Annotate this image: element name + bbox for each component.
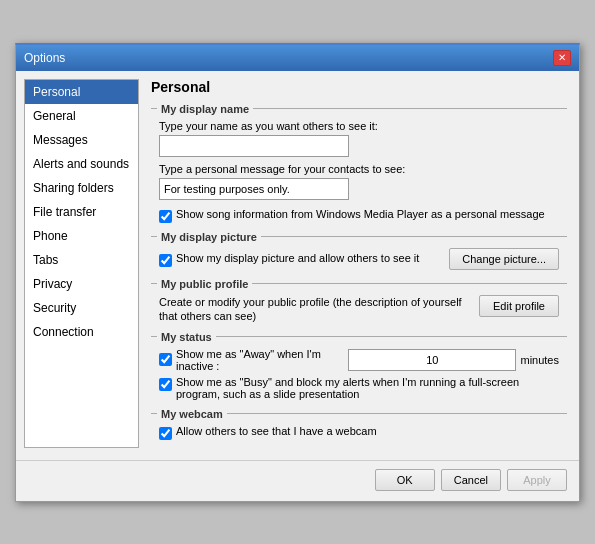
away-minutes-input[interactable]: 10 (348, 349, 516, 371)
webcam-header: My webcam (151, 408, 567, 420)
webcam-content: Allow others to see that I have a webcam (151, 425, 567, 440)
away-checkbox[interactable] (159, 353, 172, 366)
title-bar: Options ✕ (16, 45, 579, 71)
display-picture-left: Show my display picture and allow others… (159, 248, 441, 267)
status-content: Show me as "Away" when I'm inactive : 10… (151, 348, 567, 400)
public-profile-description: Create or modify your public profile (th… (159, 296, 462, 322)
public-profile-header: My public profile (151, 278, 567, 290)
sidebar-item-general[interactable]: General (25, 104, 138, 128)
webcam-label: Allow others to see that I have a webcam (176, 425, 377, 437)
sidebar-item-privacy[interactable]: Privacy (25, 272, 138, 296)
show-picture-checkbox[interactable] (159, 254, 172, 267)
options-window: Options ✕ PersonalGeneralMessagesAlerts … (15, 43, 580, 502)
away-minutes-suffix: minutes (520, 354, 559, 366)
song-checkbox-label: Show song information from Windows Media… (176, 208, 545, 220)
status-section: My status Show me as "Away" when I'm ina… (151, 331, 567, 400)
sidebar-item-tabs[interactable]: Tabs (25, 248, 138, 272)
display-name-section: My display name Type your name as you wa… (151, 103, 567, 223)
personal-message-input[interactable] (159, 178, 349, 200)
message-label: Type a personal message for your contact… (159, 163, 559, 175)
display-name-input[interactable] (159, 135, 349, 157)
sidebar-item-file-transfer[interactable]: File transfer (25, 200, 138, 224)
public-profile-row: Create or modify your public profile (th… (159, 295, 559, 323)
close-button[interactable]: ✕ (553, 50, 571, 66)
sidebar-item-connection[interactable]: Connection (25, 320, 138, 344)
name-label: Type your name as you want others to see… (159, 120, 559, 132)
display-picture-section: My display picture Show my display pictu… (151, 231, 567, 270)
away-status-row: Show me as "Away" when I'm inactive : 10… (159, 348, 559, 372)
busy-checkbox-row: Show me as "Busy" and block my alerts wh… (159, 376, 559, 400)
webcam-checkbox-row: Allow others to see that I have a webcam (159, 425, 559, 440)
change-picture-button[interactable]: Change picture... (449, 248, 559, 270)
footer: OK Cancel Apply (16, 460, 579, 501)
busy-label: Show me as "Busy" and block my alerts wh… (176, 376, 559, 400)
away-label: Show me as "Away" when I'm inactive : (176, 348, 344, 372)
sidebar-item-messages[interactable]: Messages (25, 128, 138, 152)
sidebar-item-security[interactable]: Security (25, 296, 138, 320)
edit-profile-button[interactable]: Edit profile (479, 295, 559, 317)
main-panel: Personal My display name Type your name … (147, 79, 571, 448)
song-checkbox[interactable] (159, 210, 172, 223)
apply-button[interactable]: Apply (507, 469, 567, 491)
display-picture-header: My display picture (151, 231, 567, 243)
show-picture-checkbox-row: Show my display picture and allow others… (159, 252, 441, 267)
main-content: PersonalGeneralMessagesAlerts and sounds… (16, 71, 579, 456)
cancel-button[interactable]: Cancel (441, 469, 501, 491)
sidebar-item-sharing-folders[interactable]: Sharing folders (25, 176, 138, 200)
sidebar-item-alerts-and-sounds[interactable]: Alerts and sounds (25, 152, 138, 176)
webcam-checkbox[interactable] (159, 427, 172, 440)
show-picture-label: Show my display picture and allow others… (176, 252, 419, 264)
public-profile-content: Create or modify your public profile (th… (151, 295, 567, 323)
busy-checkbox[interactable] (159, 378, 172, 391)
ok-button[interactable]: OK (375, 469, 435, 491)
sidebar-item-personal[interactable]: Personal (25, 80, 138, 104)
display-picture-row: Show my display picture and allow others… (159, 248, 559, 270)
display-name-header: My display name (151, 103, 567, 115)
panel-title: Personal (151, 79, 567, 95)
display-name-content: Type your name as you want others to see… (151, 120, 567, 223)
window-title: Options (24, 51, 65, 65)
webcam-section: My webcam Allow others to see that I hav… (151, 408, 567, 440)
sidebar: PersonalGeneralMessagesAlerts and sounds… (24, 79, 139, 448)
status-header: My status (151, 331, 567, 343)
public-profile-section: My public profile Create or modify your … (151, 278, 567, 323)
display-picture-content: Show my display picture and allow others… (151, 248, 567, 270)
public-profile-left: Create or modify your public profile (th… (159, 295, 471, 323)
sidebar-item-phone[interactable]: Phone (25, 224, 138, 248)
song-checkbox-row: Show song information from Windows Media… (159, 208, 559, 223)
